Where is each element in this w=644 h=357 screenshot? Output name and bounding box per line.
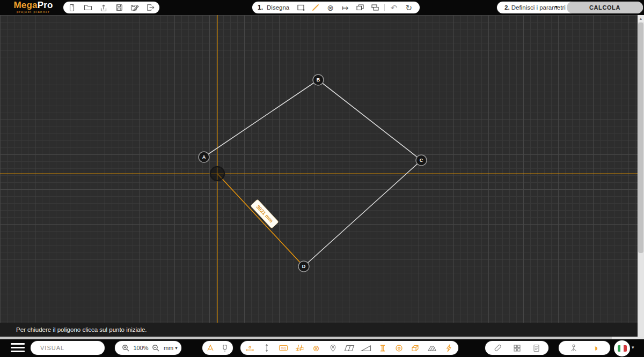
snap-angle-icon[interactable]: [203, 343, 217, 353]
vertex-d[interactable]: D: [298, 261, 309, 272]
donut-icon[interactable]: [392, 343, 406, 353]
logo-pro: Pro: [38, 0, 53, 10]
italian-flag-icon: [618, 345, 627, 352]
status-message: Per chiudere il poligono clicca sul punt…: [16, 326, 147, 333]
save-icon[interactable]: [112, 2, 126, 13]
unit-selector[interactable]: mm ▾: [164, 345, 178, 351]
zoom-controls: 100% mm ▾: [115, 341, 181, 355]
vertex-d-label: D: [302, 264, 306, 269]
contrast-toggle-icon[interactable]: ◑: [588, 343, 602, 353]
arrow-to-bar-tool-icon[interactable]: ↦: [340, 2, 351, 13]
hamburger-menu-icon[interactable]: [11, 343, 25, 354]
vertex-a-label: A: [202, 154, 206, 160]
svg-text:mq: mq: [281, 346, 286, 351]
display-tools: ◑: [559, 341, 610, 355]
chevron-down-icon: ▾: [175, 345, 178, 351]
vertex-b-label: B: [317, 77, 320, 83]
vertex-b[interactable]: B: [313, 75, 324, 85]
draw-toolbar: 1. Disegna ⊗ ↦ ↶ ↻: [252, 2, 420, 13]
drawing-layer: A B C D 3921 mm: [0, 15, 644, 337]
top-bar: MegaPro project planner 1. Disegna: [0, 0, 644, 15]
zoom-out-icon[interactable]: [149, 343, 163, 353]
app-logo: MegaPro project planner: [6, 1, 60, 13]
draw-step-number: 1.: [258, 4, 263, 11]
vertex-c-label: C: [420, 158, 423, 163]
magnet-snap-icon[interactable]: [218, 343, 232, 353]
calcola-button[interactable]: CALCOLA: [567, 2, 643, 13]
circle-cross-tool-icon[interactable]: ⊗: [325, 2, 336, 13]
box-3d-icon[interactable]: [408, 343, 422, 353]
eraser-icon[interactable]: [491, 343, 504, 353]
scroll-up-icon[interactable]: ▲: [638, 15, 644, 22]
logo-mega: Mega: [13, 0, 37, 10]
column-ibeam-icon[interactable]: [376, 343, 390, 353]
location-pin-icon[interactable]: [326, 343, 340, 353]
vertical-dimension-icon[interactable]: [260, 343, 274, 353]
hatch-icon[interactable]: [292, 343, 306, 353]
chevron-down-icon[interactable]: ▾: [632, 345, 634, 350]
vertical-scrollbar[interactable]: ▲: [638, 15, 644, 337]
report-document-icon[interactable]: [529, 343, 543, 353]
dashboard-grid-icon[interactable]: [510, 343, 524, 353]
logo-tagline: project planner: [6, 10, 60, 13]
arrange-tool-icon[interactable]: [369, 2, 380, 13]
chevron-down-icon[interactable]: ▾: [555, 4, 558, 10]
vertical-scrollbar-thumb[interactable]: [638, 23, 643, 253]
import-project-icon[interactable]: [97, 2, 111, 13]
annotation-toolbar: d mq ⊗: [240, 341, 458, 355]
draw-toolbar-title: Disegna: [267, 4, 289, 11]
snap-cursor-marker[interactable]: [210, 167, 224, 181]
circle-cross-icon[interactable]: ⊗: [309, 343, 323, 353]
svg-text:d: d: [249, 345, 252, 349]
save-as-icon[interactable]: [128, 2, 142, 13]
toolbar-divider: [384, 4, 385, 11]
line-tool-icon[interactable]: [310, 2, 321, 13]
roof-steps-icon[interactable]: [425, 343, 439, 353]
unit-value: mm: [164, 345, 173, 351]
new-file-icon[interactable]: [65, 2, 79, 13]
snap-toolbar: [202, 341, 233, 355]
copy-tool-icon[interactable]: [355, 2, 366, 13]
polygon-edges: [204, 80, 421, 266]
active-segment: [217, 174, 304, 266]
vertex-a[interactable]: A: [199, 152, 209, 162]
lightning-bolt-icon[interactable]: [442, 343, 456, 353]
visual-mode-selector[interactable]: VISUAL: [31, 341, 105, 355]
language-selector[interactable]: [614, 340, 630, 356]
undo-icon[interactable]: ↶: [389, 2, 400, 13]
tripod-3d-icon[interactable]: [567, 343, 581, 353]
visual-mode-label: VISUAL: [40, 345, 64, 351]
zoom-level-value[interactable]: 100%: [133, 345, 148, 351]
drawing-canvas[interactable]: A B C D 3921 mm Per chiudere il poligono…: [0, 15, 644, 337]
params-menu[interactable]: 2. Definisci i parametri ▾ CALCOLA: [497, 2, 643, 13]
exit-icon[interactable]: [144, 2, 158, 13]
view-tools: [485, 341, 548, 355]
dimension-d-icon[interactable]: d: [243, 343, 257, 353]
file-toolbar: [63, 2, 159, 13]
bottom-bar: VISUAL 100% mm ▾ d mq: [0, 339, 644, 357]
params-step-number: 2.: [504, 4, 510, 11]
vertex-c[interactable]: C: [416, 155, 427, 166]
area-mq-icon[interactable]: mq: [276, 343, 290, 353]
ramp-triangle-icon[interactable]: [359, 343, 373, 353]
double-parallelogram-icon[interactable]: [342, 343, 356, 353]
status-bar: Per chiudere il poligono clicca sul punt…: [0, 323, 638, 337]
rectangle-tool-icon[interactable]: [295, 2, 306, 13]
redo-icon[interactable]: ↻: [403, 2, 414, 13]
open-folder-icon[interactable]: [81, 2, 95, 13]
zoom-in-icon[interactable]: [119, 343, 133, 353]
